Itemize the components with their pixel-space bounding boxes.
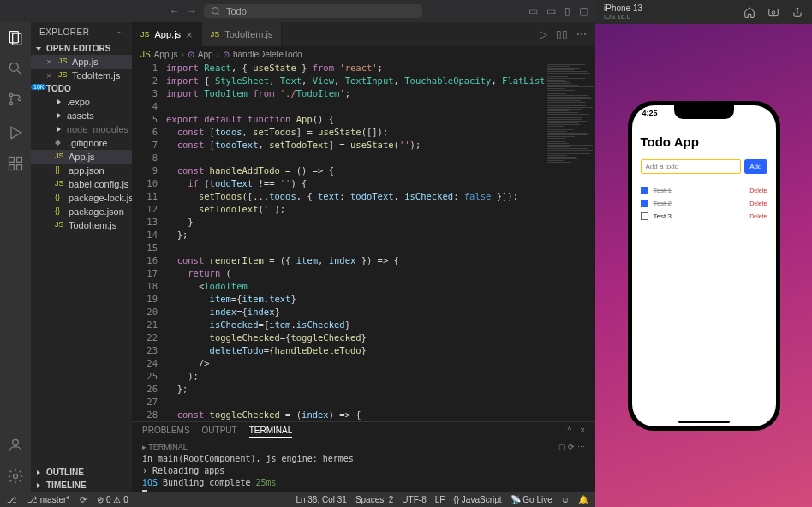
file-tree-item[interactable]: {}app.json: [31, 164, 132, 177]
notifications-icon[interactable]: 🔔: [578, 495, 588, 504]
project-section[interactable]: TODO: [31, 82, 132, 95]
file-tree-item[interactable]: {}package-lock.json: [31, 191, 132, 205]
add-button[interactable]: Add: [744, 159, 767, 174]
svg-rect-10: [9, 158, 15, 163]
editor-tabs: JSApp.js×JSTodoItem.js ▷ ▯▯ ⋯: [132, 22, 595, 46]
indentation[interactable]: Spaces: 2: [355, 495, 393, 504]
svg-point-8: [18, 98, 21, 100]
search-icon[interactable]: [7, 60, 24, 77]
file-tree-item[interactable]: JSbabel.config.js: [31, 177, 132, 191]
layout-icon[interactable]: ▭: [528, 5, 538, 17]
explorer-title: EXPLORER: [39, 27, 89, 37]
svg-line-5: [18, 71, 21, 75]
file-tree-item[interactable]: assets: [31, 109, 132, 122]
todo-text: Test 1: [654, 187, 672, 194]
problems-status[interactable]: ⊘ 0 ⚠ 0: [97, 495, 128, 504]
todo-item: Test 1Delete: [641, 184, 767, 197]
terminal-label: TERMINAL: [148, 443, 188, 451]
output-tab[interactable]: OUTPUT: [202, 426, 237, 438]
panel-close-icon[interactable]: ×: [580, 426, 585, 438]
svg-rect-16: [769, 9, 779, 16]
git-branch[interactable]: ⎇ master*: [27, 495, 69, 504]
file-tree-item[interactable]: .expo: [31, 95, 132, 109]
outline-section[interactable]: OUTLINE: [31, 466, 132, 479]
svg-point-6: [9, 93, 12, 96]
simulator-toolbar: iPhone 13 iOS 16.0: [595, 0, 812, 24]
checkbox[interactable]: [641, 212, 648, 220]
todo-input[interactable]: [641, 159, 742, 174]
command-center-search[interactable]: Todo: [204, 4, 422, 18]
file-tree-item[interactable]: JSApp.js: [31, 150, 132, 164]
sidebar-toggle-icon[interactable]: ▯: [564, 5, 570, 17]
timeline-section[interactable]: TIMELINE: [31, 479, 132, 492]
search-text: Todo: [226, 6, 247, 16]
delete-button[interactable]: Delete: [749, 200, 767, 206]
scm-badge: 10K: [31, 84, 46, 90]
problems-tab[interactable]: PROBLEMS: [142, 426, 190, 438]
open-editors-section[interactable]: OPEN EDITORS: [31, 42, 132, 55]
nav-forward-icon[interactable]: →: [187, 5, 197, 17]
svg-rect-11: [17, 158, 22, 163]
todo-item: Test 2Delete: [641, 197, 767, 210]
notch: [674, 105, 734, 119]
eol[interactable]: LF: [435, 495, 445, 504]
run-debug-icon[interactable]: [7, 124, 24, 141]
home-icon[interactable]: [743, 6, 755, 18]
delete-button[interactable]: Delete: [749, 188, 767, 194]
panel-toggle-icon[interactable]: ▭: [546, 5, 556, 17]
source-control-icon[interactable]: [7, 91, 24, 108]
home-indicator[interactable]: [678, 421, 730, 423]
svg-point-14: [13, 439, 19, 445]
nav-back-icon[interactable]: ←: [170, 5, 180, 17]
customize-layout-icon[interactable]: ▢: [579, 5, 588, 17]
encoding[interactable]: UTF-8: [402, 495, 426, 504]
status-bar: ⎇ ⎇ master* ⟳ ⊘ 0 ⚠ 0 Ln 36, Col 31 Spac…: [0, 492, 595, 507]
checkbox[interactable]: [641, 187, 648, 194]
terminal-actions[interactable]: ▢ ⟳ ⋯: [558, 443, 585, 451]
accounts-icon[interactable]: [7, 437, 24, 454]
cursor-position[interactable]: Ln 36, Col 31: [296, 495, 347, 504]
todo-item: Test 3Delete: [641, 210, 767, 223]
activity-bar: 10K: [0, 22, 31, 492]
editor-tab[interactable]: JSTodoItem.js: [202, 22, 283, 46]
editor-tab[interactable]: JSApp.js×: [132, 22, 202, 46]
file-tree-item[interactable]: JSTodoItem.js: [31, 218, 132, 232]
run-icon[interactable]: ▷: [540, 28, 547, 40]
remote-icon[interactable]: ⎇: [7, 495, 17, 504]
search-icon: [211, 6, 221, 16]
panel-maximize-icon[interactable]: ^: [567, 426, 571, 438]
screenshot-icon[interactable]: [767, 6, 779, 18]
breadcrumb[interactable]: JS App.js› ⊙ App› ⊙ handleDeleteTodo: [132, 46, 595, 62]
svg-marker-9: [11, 127, 21, 138]
device-os: iOS 16.0: [604, 13, 642, 21]
explorer-icon[interactable]: [7, 29, 24, 46]
device-frame: 4:25 Todo App Add Test 1DeleteTest 2Dele…: [628, 101, 780, 431]
sync-icon[interactable]: ⟳: [80, 495, 87, 504]
file-tree-item[interactable]: node_modules: [31, 122, 132, 136]
svg-point-0: [212, 8, 219, 15]
open-editor-item[interactable]: ×JSApp.js: [31, 55, 132, 69]
language-mode[interactable]: {} JavaScript: [453, 495, 501, 504]
feedback-icon[interactable]: ☺: [561, 495, 570, 504]
checkbox[interactable]: [641, 200, 648, 207]
share-icon[interactable]: [791, 6, 803, 18]
terminal-tab[interactable]: TERMINAL: [249, 426, 293, 438]
file-tree-item[interactable]: ◆.gitignore: [31, 136, 132, 150]
svg-rect-12: [9, 165, 15, 170]
extensions-icon[interactable]: [7, 155, 24, 172]
go-live[interactable]: 📡 Go Live: [510, 495, 552, 504]
svg-rect-13: [17, 165, 22, 170]
code-editor[interactable]: 1234567891011121314151617181920212223242…: [132, 62, 595, 421]
settings-gear-icon[interactable]: [7, 468, 24, 485]
open-editor-item[interactable]: ×JSTodoItem.js: [31, 69, 132, 82]
explorer-more-icon[interactable]: ⋯: [115, 27, 124, 37]
delete-button[interactable]: Delete: [749, 213, 767, 219]
minimap[interactable]: [544, 62, 595, 421]
file-tree-item[interactable]: {}package.json: [31, 205, 132, 218]
todo-text: Test 3: [654, 212, 672, 220]
split-editor-icon[interactable]: ▯▯: [556, 28, 568, 40]
svg-point-4: [9, 63, 18, 71]
editor-more-icon[interactable]: ⋯: [576, 28, 587, 40]
explorer-sidebar: EXPLORER ⋯ OPEN EDITORS ×JSApp.js×JSTodo…: [31, 22, 132, 492]
device-name: iPhone 13: [604, 3, 642, 13]
